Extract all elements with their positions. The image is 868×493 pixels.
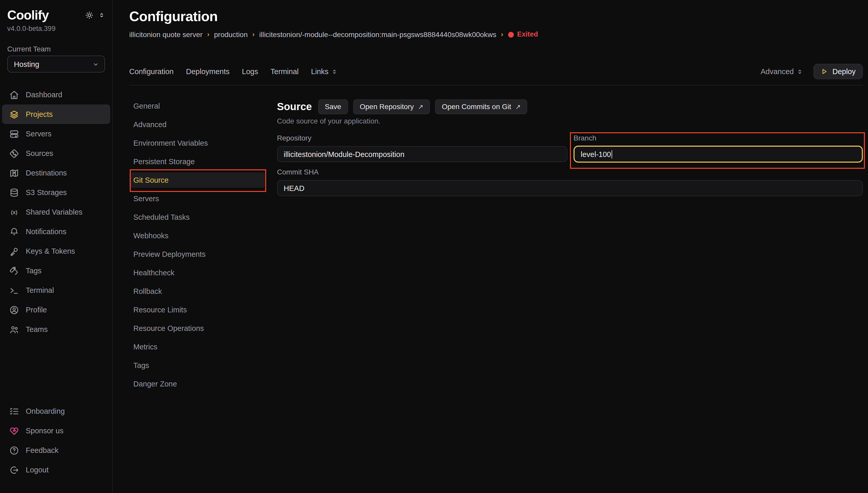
subnav-item-webhooks[interactable]: Webhooks [129,228,264,243]
breadcrumb-environment[interactable]: production [214,30,248,39]
sidebar-item-terminal[interactable]: Terminal [2,280,110,300]
tab-links[interactable]: Links [311,67,338,76]
chevron-down-icon [92,61,99,68]
page-title: Configuration [129,8,863,25]
branch-input[interactable]: level-100 [573,146,863,163]
app-version: v4.0.0-beta.399 [7,25,105,33]
theme-sun-icon[interactable] [85,11,94,20]
save-button[interactable]: Save [318,99,348,114]
sidebar-item-keys-tokens[interactable]: Keys & Tokens [2,241,110,261]
sidebar-item-label: Tags [26,266,41,275]
team-select[interactable]: Hosting [7,56,105,72]
sidebar-item-shared-variables[interactable]: (x)Shared Variables [2,202,110,222]
subnav-item-label: Git Source [133,176,169,184]
sidebar-item-tags[interactable]: Tags [2,261,110,280]
breadcrumb: illicitonion quote server › production ›… [129,30,863,39]
sidebar-item-s3-storages[interactable]: S3 Storages [2,183,110,202]
sidebar-item-teams[interactable]: Teams [2,320,110,339]
commit-sha-input[interactable]: HEAD [277,180,863,196]
sidebar-item-label: Logout [26,466,49,474]
external-link-icon: ↗ [515,103,521,110]
open-repository-button[interactable]: Open Repository ↗ [353,99,430,114]
deploy-label: Deploy [832,67,856,76]
tab-label: Logs [242,67,258,76]
sidebar-item-label: Shared Variables [26,208,82,216]
tab-label: Terminal [271,67,299,76]
sidebar-item-onboarding[interactable]: Onboarding [2,401,110,421]
text-cursor [612,150,612,158]
repository-input[interactable]: illicitestonion/Module-Decomposition [277,146,567,162]
sidebar-item-label: Onboarding [26,407,65,415]
advanced-dropdown[interactable]: Advanced [761,67,803,76]
subnav-item-servers[interactable]: Servers [129,191,264,206]
subnav-item-label: Servers [133,194,159,203]
source-section: Source Save Open Repository ↗ Open Commi… [277,98,863,395]
tab-label: Deployments [186,67,230,76]
sidebar-item-dashboard[interactable]: Dashboard [2,85,110,105]
logout-icon [9,465,19,475]
breadcrumb-application[interactable]: illicitestonion/-module--decomposition:m… [259,30,496,39]
branch-label: Branch [573,134,863,142]
home-icon [9,90,19,100]
sidebar-item-label: Dashboard [26,90,62,99]
team-select-value: Hosting [14,60,39,68]
subnav-item-label: Metrics [133,343,157,351]
sidebar-item-notifications[interactable]: Notifications [2,222,110,241]
open-commits-button[interactable]: Open Commits on Git ↗ [435,99,527,114]
subnav-item-resource-operations[interactable]: Resource Operations [129,321,264,336]
subnav-item-label: Persistent Storage [133,157,195,166]
sidebar-item-logout[interactable]: Logout [2,460,110,479]
subnav-item-danger-zone[interactable]: Danger Zone [129,376,264,392]
subnav-item-label: Rollback [133,287,162,295]
sidebar-item-label: S3 Storages [26,188,67,197]
sidebar: Coolify v4.0.0-beta.399 Current Team Hos… [0,0,113,493]
subnav-item-metrics[interactable]: Metrics [129,339,264,355]
tags-icon [9,266,19,276]
logo-row: Coolify [7,7,105,23]
subnav-item-rollback[interactable]: Rollback [129,283,264,299]
layers-icon [9,109,19,119]
breadcrumb-project[interactable]: illicitonion quote server [129,30,203,39]
sidebar-nav: DashboardProjectsServersSourcesDestinati… [2,85,110,339]
app-logo: Coolify [7,7,49,23]
sidebar-item-projects[interactable]: Projects [2,105,110,124]
map-icon [9,168,19,178]
config-subnav: GeneralAdvancedEnvironment VariablesPers… [129,98,264,395]
heart-hands-icon [9,426,19,436]
subnav-item-git-source[interactable]: Git Source [129,172,264,188]
advanced-label: Advanced [761,67,794,76]
sidebar-item-feedback[interactable]: Feedback [2,441,110,460]
tab-terminal[interactable]: Terminal [271,67,299,76]
subnav-item-advanced[interactable]: Advanced [129,117,264,132]
sidebar-item-label: Notifications [26,228,66,236]
sidebar-item-servers[interactable]: Servers [2,124,110,144]
subnav-item-label: Tags [133,361,149,369]
subnav-item-scheduled-tasks[interactable]: Scheduled Tasks [129,210,264,225]
deploy-button[interactable]: Deploy [813,64,863,79]
subnav-item-general[interactable]: General [129,98,264,114]
tab-deployments[interactable]: Deployments [186,67,230,76]
sidebar-item-profile[interactable]: Profile [2,300,110,320]
tab-configuration[interactable]: Configuration [129,67,174,76]
status-dot-icon [508,31,513,37]
repository-field-group: Repository illicitestonion/Module-Decomp… [277,134,567,163]
subnav-item-label: Environment Variables [133,139,208,147]
theme-chevrons-up-down-icon[interactable] [98,12,105,19]
subnav-item-healthcheck[interactable]: Healthcheck [129,265,264,280]
subnav-item-persistent-storage[interactable]: Persistent Storage [129,154,264,169]
commit-sha-label: Commit SHA [277,168,863,176]
braces-x-icon: (x) [9,207,19,217]
subnav-item-label: Healthcheck [133,269,174,277]
subnav-item-resource-limits[interactable]: Resource Limits [129,302,264,318]
sidebar-item-sponsor-us[interactable]: Sponsor us [2,421,110,441]
sidebar-item-label: Destinations [26,169,67,177]
subnav-item-environment-variables[interactable]: Environment Variables [129,135,264,151]
chevrons-up-down-icon [797,68,803,75]
sidebar-item-destinations[interactable]: Destinations [2,163,110,183]
tabs-row: ConfigurationDeploymentsLogsTerminalLink… [129,65,863,78]
sidebar-item-label: Keys & Tokens [26,247,75,255]
tab-logs[interactable]: Logs [242,67,258,76]
sidebar-item-sources[interactable]: Sources [2,144,110,163]
subnav-item-tags[interactable]: Tags [129,358,264,373]
subnav-item-preview-deployments[interactable]: Preview Deployments [129,246,264,262]
